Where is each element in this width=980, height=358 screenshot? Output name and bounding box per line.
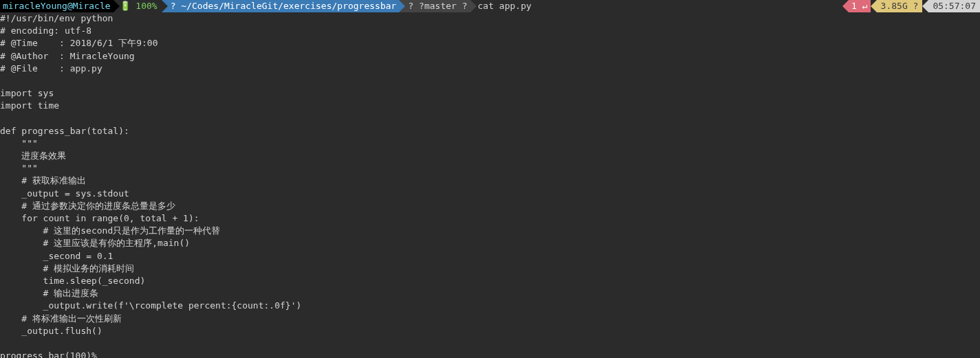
user-host-segment: miracleYoung@Miracle <box>0 0 113 12</box>
exit-count-segment: 1 ↵ <box>849 0 870 12</box>
right-status-bar: 1 ↵ 3.85G ? 05:57:07 <box>842 0 980 12</box>
file-content-output: #!/usr/bin/env python # encoding: utf-8 … <box>0 12 980 358</box>
separator-arrow <box>113 0 120 12</box>
path-segment: ? ~/Codes/MiracleGit/exercises/progressb… <box>168 0 400 12</box>
separator-arrow <box>842 0 849 12</box>
battery-segment: 🔋 100% <box>120 0 162 12</box>
separator-arrow <box>470 0 477 12</box>
separator-arrow <box>399 0 405 12</box>
separator-arrow <box>162 0 168 12</box>
time-segment: 05:57:07 <box>928 0 980 12</box>
command-text: cat app.py <box>477 0 534 12</box>
prompt-line-1[interactable]: miracleYoung@Miracle 🔋 100% ? ~/Codes/Mi… <box>0 0 980 12</box>
separator-arrow <box>871 0 877 12</box>
separator-arrow <box>922 0 928 12</box>
memory-segment: 3.85G ? <box>877 0 923 12</box>
git-branch-segment: ? ?master ? <box>405 0 470 12</box>
